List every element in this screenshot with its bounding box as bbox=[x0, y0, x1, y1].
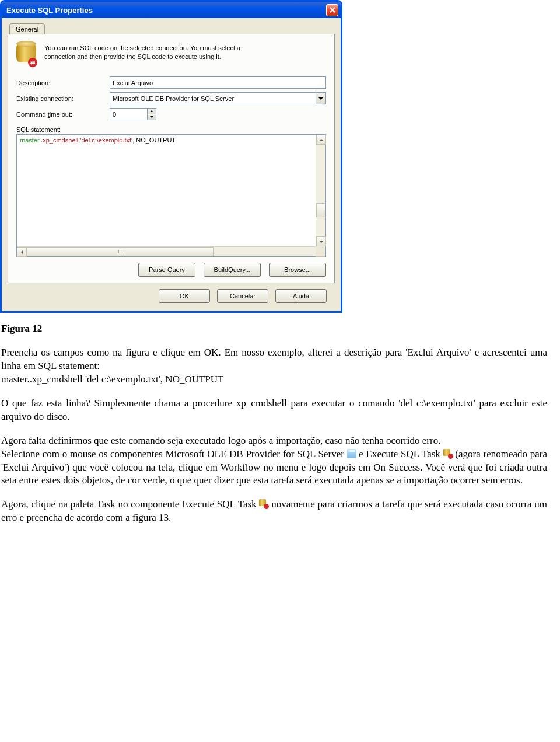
dialog-footer: OK Cancelar Ajuda bbox=[8, 283, 335, 303]
browse-button[interactable]: Browse... bbox=[269, 263, 326, 277]
label-description: Description: bbox=[16, 79, 110, 86]
sql-statement-textarea[interactable]: master..xp_cmdshell 'del c:\exemplo.txt'… bbox=[16, 134, 326, 257]
execute-sql-task-icon bbox=[259, 499, 268, 508]
figure-caption: Figura 12 bbox=[1, 322, 547, 336]
existing-connection-combo[interactable] bbox=[110, 92, 326, 104]
command-timeout-value[interactable] bbox=[110, 108, 147, 120]
spinner-up-icon[interactable] bbox=[148, 109, 156, 114]
sql-text[interactable]: master..xp_cmdshell 'del c:\exemplo.txt'… bbox=[17, 135, 326, 256]
tab-content: ⇄ You can run SQL code on the selected c… bbox=[8, 34, 335, 283]
chevron-down-icon[interactable] bbox=[316, 92, 326, 104]
row-existing-connection: Existing connection: bbox=[16, 92, 326, 104]
label-sql-statement: SQL statement: bbox=[16, 126, 326, 133]
vertical-scrollbar[interactable] bbox=[316, 135, 326, 246]
scroll-corner bbox=[316, 246, 326, 256]
command-timeout-spinner[interactable] bbox=[110, 108, 156, 120]
window-title: Execute SQL Properties bbox=[6, 6, 326, 15]
query-button-row: Parse Query Build Query... Browse... bbox=[16, 263, 326, 277]
description-input[interactable] bbox=[110, 76, 326, 89]
build-query-button[interactable]: Build Query... bbox=[204, 263, 261, 277]
doc-paragraph-4: Agora, clique na paleta Task no componen… bbox=[1, 498, 547, 525]
tabstrip: General bbox=[9, 23, 335, 34]
dialog-body: General ⇄ You can run SQL code on the se… bbox=[2, 18, 341, 311]
cancel-button[interactable]: Cancelar bbox=[217, 289, 268, 303]
existing-connection-value[interactable] bbox=[110, 92, 316, 104]
close-button[interactable] bbox=[326, 4, 338, 16]
titlebar[interactable]: Execute SQL Properties bbox=[2, 2, 341, 18]
doc-paragraph-2: O que faz esta linha? Simplesmente chama… bbox=[1, 397, 547, 424]
scroll-down-icon[interactable] bbox=[316, 236, 326, 246]
spinner-down-icon[interactable] bbox=[148, 114, 156, 120]
close-icon bbox=[330, 7, 335, 13]
execute-sql-properties-dialog: Execute SQL Properties General ⇄ You can… bbox=[0, 0, 342, 313]
label-command-timeout: Command time out: bbox=[16, 111, 110, 118]
row-description: Description: bbox=[16, 76, 326, 89]
scroll-up-icon[interactable] bbox=[316, 135, 326, 145]
document-body: Figura 12 Preencha os campos como na fig… bbox=[0, 313, 553, 547]
database-icon: ⇄ bbox=[16, 43, 36, 66]
horizontal-scrollbar[interactable] bbox=[17, 246, 326, 256]
help-button[interactable]: Ajuda bbox=[275, 289, 327, 303]
scroll-left-icon[interactable] bbox=[17, 247, 27, 257]
execute-sql-task-icon bbox=[443, 449, 453, 458]
ok-button[interactable]: OK bbox=[159, 289, 210, 303]
doc-paragraph-1: Preencha os campos como na figura e cliq… bbox=[1, 346, 547, 386]
oledb-provider-icon bbox=[347, 449, 356, 458]
doc-paragraph-3: Agora falta definirmos que este comando … bbox=[1, 434, 547, 488]
tab-general[interactable]: General bbox=[9, 23, 45, 34]
label-existing-connection: Existing connection: bbox=[16, 95, 110, 102]
intro-row: ⇄ You can run SQL code on the selected c… bbox=[16, 43, 326, 66]
parse-query-button[interactable]: Parse Query bbox=[138, 263, 195, 277]
row-command-timeout: Command time out: bbox=[16, 108, 326, 120]
intro-text: You can run SQL code on the selected con… bbox=[44, 43, 266, 66]
scroll-thumb-vertical[interactable] bbox=[316, 203, 326, 217]
scroll-thumb-horizontal[interactable] bbox=[27, 247, 214, 256]
